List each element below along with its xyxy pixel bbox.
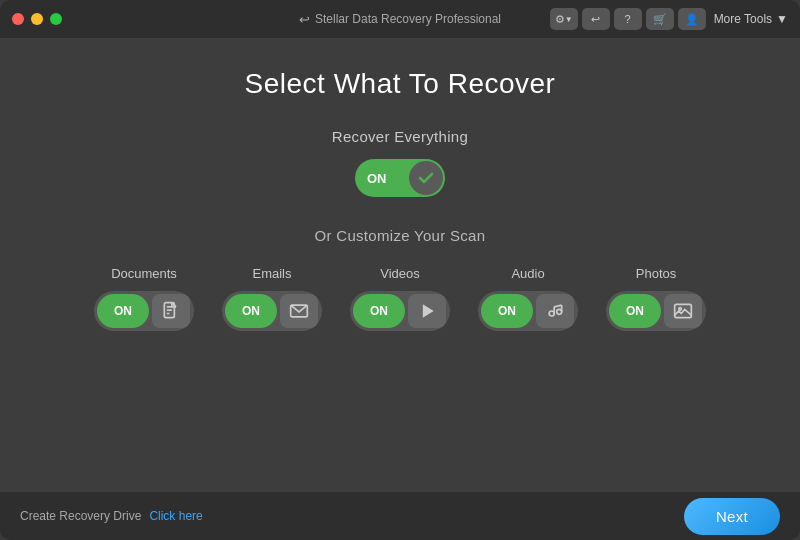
- category-emails: Emails ON: [222, 266, 322, 331]
- app-window: ↩ Stellar Data Recovery Professional ⚙ ▼…: [0, 0, 800, 540]
- audio-icon: [544, 301, 566, 321]
- user-button[interactable]: 👤: [678, 8, 706, 30]
- category-photos: Photos ON: [606, 266, 706, 331]
- emails-on-label: ON: [242, 304, 260, 318]
- documents-label: Documents: [111, 266, 177, 281]
- videos-toggle-on: ON: [353, 294, 405, 328]
- videos-icon-box: [408, 294, 446, 328]
- footer-left: Create Recovery Drive Click here: [20, 509, 203, 523]
- click-here-link[interactable]: Click here: [149, 509, 202, 523]
- toggle-knob: [409, 161, 443, 195]
- audio-on-label: ON: [498, 304, 516, 318]
- help-button[interactable]: ?: [614, 8, 642, 30]
- recover-everything-label: Recover Everything: [332, 128, 468, 145]
- chevron-down-icon: ▼: [776, 12, 788, 26]
- photos-label: Photos: [636, 266, 676, 281]
- minimize-button[interactable]: [31, 13, 43, 25]
- main-content: Select What To Recover Recover Everythin…: [0, 38, 800, 492]
- emails-toggle-on: ON: [225, 294, 277, 328]
- videos-label: Videos: [380, 266, 420, 281]
- title-bar: ↩ Stellar Data Recovery Professional ⚙ ▼…: [0, 0, 800, 38]
- svg-point-13: [679, 308, 682, 311]
- svg-marker-6: [423, 304, 434, 317]
- categories-container: Documents ON: [40, 266, 760, 331]
- toolbar-icons: ⚙ ▼ ↩ ? 🛒 👤: [550, 8, 706, 30]
- photos-on-label: ON: [626, 304, 644, 318]
- documents-on-label: ON: [114, 304, 132, 318]
- audio-icon-box: [536, 294, 574, 328]
- audio-toggle-on: ON: [481, 294, 533, 328]
- category-documents: Documents ON: [94, 266, 194, 331]
- footer: Create Recovery Drive Click here Next: [0, 492, 800, 540]
- documents-toggle[interactable]: ON: [94, 291, 194, 331]
- documents-icon-box: [152, 294, 190, 328]
- emails-icon-box: [280, 294, 318, 328]
- photos-icon: [672, 301, 694, 321]
- documents-toggle-on: ON: [97, 294, 149, 328]
- customize-label: Or Customize Your Scan: [315, 227, 486, 244]
- emails-label: Emails: [252, 266, 291, 281]
- history-icon: ↩: [591, 13, 600, 26]
- more-tools-button[interactable]: More Tools ▼: [714, 12, 788, 26]
- title-icon: ↩: [299, 12, 310, 27]
- history-button[interactable]: ↩: [582, 8, 610, 30]
- page-title: Select What To Recover: [245, 68, 556, 100]
- photos-toggle-on: ON: [609, 294, 661, 328]
- svg-line-11: [554, 305, 562, 307]
- check-icon: [418, 170, 434, 186]
- video-icon: [417, 301, 437, 321]
- gear-icon: ⚙: [555, 13, 565, 26]
- videos-toggle[interactable]: ON: [350, 291, 450, 331]
- more-tools-label: More Tools: [714, 12, 772, 26]
- traffic-lights: [12, 13, 62, 25]
- settings-dropdown-icon: ▼: [565, 15, 573, 24]
- audio-toggle[interactable]: ON: [478, 291, 578, 331]
- toggle-on-label: ON: [367, 171, 387, 186]
- user-icon: 👤: [685, 13, 699, 26]
- recover-everything-toggle-container: ON: [355, 159, 445, 197]
- help-icon: ?: [625, 13, 631, 25]
- cart-icon: 🛒: [653, 13, 667, 26]
- settings-button[interactable]: ⚙ ▼: [550, 8, 578, 30]
- window-title-area: ↩ Stellar Data Recovery Professional: [299, 12, 501, 27]
- recover-everything-toggle[interactable]: ON: [355, 159, 445, 197]
- document-icon: [161, 301, 181, 321]
- close-button[interactable]: [12, 13, 24, 25]
- maximize-button[interactable]: [50, 13, 62, 25]
- create-recovery-label: Create Recovery Drive: [20, 509, 141, 523]
- emails-toggle[interactable]: ON: [222, 291, 322, 331]
- email-icon: [289, 301, 309, 321]
- next-button[interactable]: Next: [684, 498, 780, 535]
- photos-toggle[interactable]: ON: [606, 291, 706, 331]
- category-audio: Audio ON: [478, 266, 578, 331]
- audio-label: Audio: [511, 266, 544, 281]
- window-title: Stellar Data Recovery Professional: [315, 12, 501, 26]
- category-videos: Videos ON: [350, 266, 450, 331]
- cart-button[interactable]: 🛒: [646, 8, 674, 30]
- videos-on-label: ON: [370, 304, 388, 318]
- photos-icon-box: [664, 294, 702, 328]
